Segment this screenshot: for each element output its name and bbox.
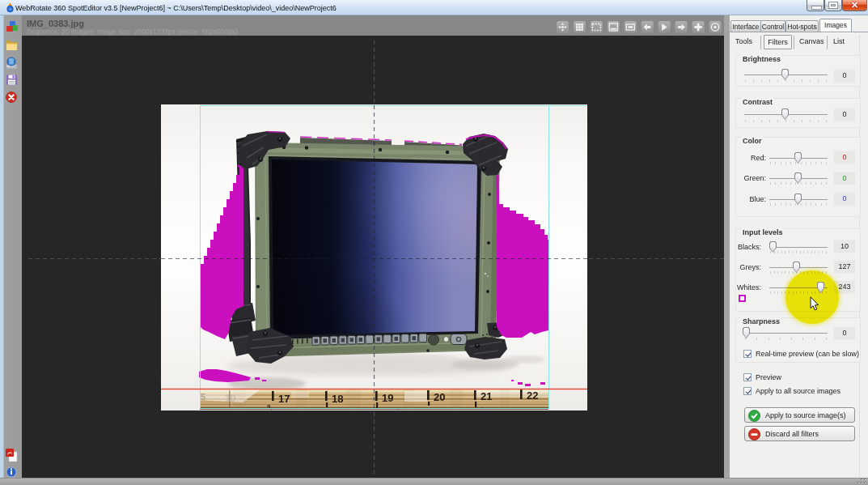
svg-text:10: 10 [225, 393, 236, 404]
svg-text:22: 22 [527, 389, 538, 402]
svg-text:20: 20 [434, 391, 445, 403]
svg-text:5: 5 [201, 392, 205, 402]
svg-text:9,: 9, [267, 403, 273, 411]
svg-text:17: 17 [278, 393, 290, 405]
svg-text:18: 18 [332, 393, 343, 405]
svg-text:19: 19 [382, 392, 393, 404]
svg-text:.: . [396, 404, 398, 411]
svg-text:21: 21 [481, 390, 492, 402]
